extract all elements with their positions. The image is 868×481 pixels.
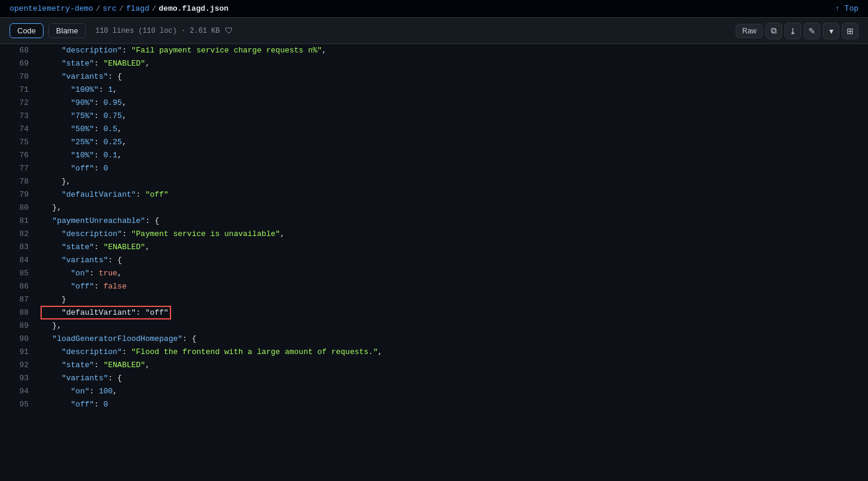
line-content: "description": "Payment service is unava… [38, 228, 868, 241]
line-content: "variants": { [38, 70, 868, 83]
line-content: "50%": 0.5, [38, 123, 868, 136]
breadcrumb-flagd[interactable]: flagd [126, 4, 149, 13]
table-row: 79 "defaultVariant": "off" [0, 188, 868, 201]
table-row: 90 "loadGeneratorFloodHomepage": { [0, 333, 868, 346]
breadcrumb: opentelemetry-demo / src / flagd / demo.… [10, 4, 228, 13]
line-content: "defaultVariant": "off" [38, 188, 868, 201]
raw-button[interactable]: Raw [736, 24, 763, 38]
shield-icon: 🛡 [225, 26, 233, 36]
table-row: 80 }, [0, 201, 868, 215]
line-content: "state": "ENABLED", [38, 241, 868, 254]
file-info: 110 lines (110 loc) · 2.61 KB [95, 27, 220, 35]
line-content: "variants": { [38, 372, 868, 385]
line-number: 89 [0, 319, 38, 333]
toolbar-right: Raw ⧉ ⤓ ✎ ▾ ⊞ [736, 23, 858, 39]
breadcrumb-sep3: / [151, 4, 156, 13]
line-number: 90 [0, 333, 38, 346]
line-content: "state": "ENABLED", [38, 57, 868, 70]
line-content: "25%": 0.25, [38, 136, 868, 149]
table-row: 71 "100%": 1, [0, 83, 868, 97]
copy-button[interactable]: ⧉ [765, 23, 782, 39]
table-row: 93 "variants": { [0, 372, 868, 385]
line-content: "variants": { [38, 254, 868, 267]
line-content: "90%": 0.95, [38, 97, 868, 110]
line-number: 73 [0, 110, 38, 123]
line-content: "100%": 1, [38, 83, 868, 97]
table-row: 74 "50%": 0.5, [0, 123, 868, 136]
line-content: "loadGeneratorFloodHomepage": { [38, 333, 868, 346]
line-number: 72 [0, 97, 38, 110]
table-row: 89 }, [0, 319, 868, 333]
panel-button[interactable]: ⊞ [842, 23, 858, 39]
line-number: 75 [0, 136, 38, 149]
blame-tab[interactable]: Blame [48, 23, 86, 38]
table-row: 82 "description": "Payment service is un… [0, 228, 868, 241]
table-row: 83 "state": "ENABLED", [0, 241, 868, 254]
line-number: 76 [0, 149, 38, 162]
line-number: 88 [0, 306, 38, 319]
table-row: 85 "on": true, [0, 267, 868, 280]
code-tab[interactable]: Code [10, 23, 44, 38]
table-row: 73 "75%": 0.75, [0, 110, 868, 123]
table-row: 72 "90%": 0.95, [0, 97, 868, 110]
top-bar: opentelemetry-demo / src / flagd / demo.… [0, 0, 868, 18]
line-content: "description": "Fail payment service cha… [38, 44, 868, 57]
line-number: 69 [0, 57, 38, 70]
breadcrumb-file: demo.flagd.json [159, 4, 228, 13]
table-row: 95 "off": 0 [0, 398, 868, 411]
table-row: 94 "on": 100, [0, 385, 868, 398]
breadcrumb-repo[interactable]: opentelemetry-demo [10, 4, 93, 13]
toolbar: Code Blame 110 lines (110 loc) · 2.61 KB… [0, 18, 868, 44]
line-content: "off": 0 [38, 398, 868, 411]
table-row: 92 "state": "ENABLED", [0, 359, 868, 372]
line-number: 83 [0, 241, 38, 254]
line-content: "paymentUnreachable": { [38, 215, 868, 228]
table-row: 81 "paymentUnreachable": { [0, 215, 868, 228]
top-link[interactable]: ↑ Top [835, 4, 858, 13]
table-row: 76 "10%": 0.1, [0, 149, 868, 162]
line-content: "off": false [38, 280, 868, 293]
line-number: 95 [0, 398, 38, 411]
line-number: 68 [0, 44, 38, 57]
table-row: 88 "defaultVariant": "off" [0, 306, 868, 319]
line-content: "10%": 0.1, [38, 149, 868, 162]
table-row: 70 "variants": { [0, 70, 868, 83]
line-number: 87 [0, 293, 38, 306]
line-number: 71 [0, 83, 38, 97]
line-number: 86 [0, 280, 38, 293]
line-content: "on": 100, [38, 385, 868, 398]
line-number: 91 [0, 346, 38, 359]
table-row: 68 "description": "Fail payment service … [0, 44, 868, 57]
table-row: 91 "description": "Flood the frontend wi… [0, 346, 868, 359]
line-content: }, [38, 201, 868, 215]
edit-button[interactable]: ✎ [804, 23, 820, 39]
line-content: "75%": 0.75, [38, 110, 868, 123]
line-number: 78 [0, 175, 38, 188]
download-button[interactable]: ⤓ [785, 23, 801, 39]
table-row: 86 "off": false [0, 280, 868, 293]
table-row: 78 }, [0, 175, 868, 188]
toolbar-left: Code Blame 110 lines (110 loc) · 2.61 KB… [10, 23, 233, 38]
table-row: 84 "variants": { [0, 254, 868, 267]
line-number: 70 [0, 70, 38, 83]
line-content: } [38, 293, 868, 306]
line-number: 81 [0, 215, 38, 228]
code-container: 68 "description": "Fail payment service … [0, 44, 868, 481]
dropdown-button[interactable]: ▾ [823, 23, 839, 39]
line-content: "off": 0 [38, 162, 868, 175]
breadcrumb-src[interactable]: src [103, 4, 116, 13]
line-content: }, [38, 319, 868, 333]
line-content: "defaultVariant": "off" [38, 306, 868, 319]
line-number: 82 [0, 228, 38, 241]
line-number: 79 [0, 188, 38, 201]
line-number: 77 [0, 162, 38, 175]
table-row: 75 "25%": 0.25, [0, 136, 868, 149]
line-number: 84 [0, 254, 38, 267]
breadcrumb-sep1: / [95, 4, 100, 13]
line-number: 92 [0, 359, 38, 372]
line-content: "state": "ENABLED", [38, 359, 868, 372]
line-content: "description": "Flood the frontend with … [38, 346, 868, 359]
table-row: 69 "state": "ENABLED", [0, 57, 868, 70]
table-row: 87 } [0, 293, 868, 306]
line-number: 94 [0, 385, 38, 398]
